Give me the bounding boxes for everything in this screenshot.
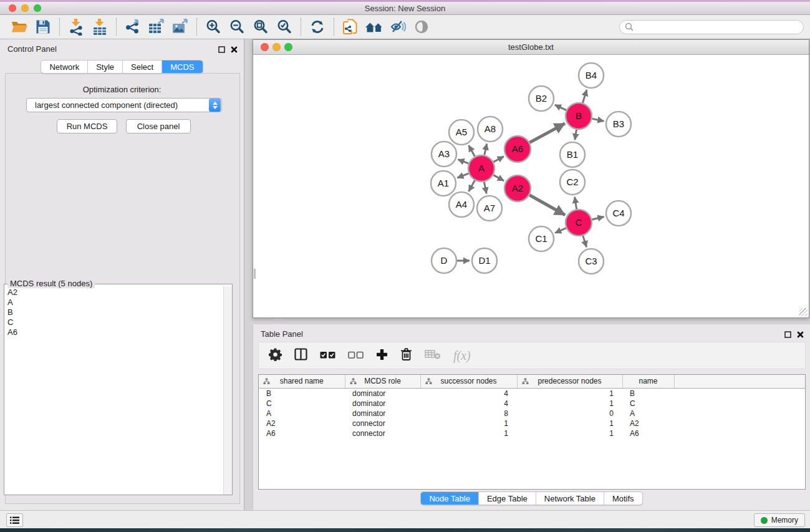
cell-shared-name[interactable]: B — [259, 388, 345, 399]
column-header-successor-nodes[interactable]: successor nodes — [420, 375, 517, 388]
close-panel-button-mcds[interactable]: Close panel — [126, 119, 191, 133]
graph-node-C[interactable]: C — [566, 210, 592, 236]
edge-C-to-C3[interactable] — [583, 236, 587, 247]
import-network-button[interactable] — [64, 16, 88, 37]
table-settings-button[interactable] — [269, 348, 282, 364]
tab-style[interactable]: Style — [88, 60, 123, 73]
network-graph-canvas[interactable]: AA1A2A3A4A5A6A7A8BB1B2B3B4CC1C2C3C4DD1 — [253, 55, 809, 317]
edge-A-to-A6[interactable] — [493, 157, 504, 162]
float-table-panel-button[interactable] — [784, 329, 791, 341]
export-table-button[interactable] — [145, 16, 168, 37]
search-field[interactable] — [619, 20, 804, 34]
column-header-name[interactable]: name — [622, 375, 674, 388]
zoom-in-button[interactable] — [201, 16, 225, 37]
cell-shared-name[interactable]: A2 — [259, 418, 345, 428]
edge-B-to-B2[interactable] — [555, 105, 566, 110]
clone-network-button[interactable] — [339, 16, 362, 37]
graph-node-A2[interactable]: A2 — [504, 175, 531, 201]
mcds-result-item[interactable]: C — [7, 317, 223, 327]
edge-A-to-A1[interactable] — [457, 173, 468, 178]
cell-MCDS-role[interactable]: connector — [345, 428, 420, 438]
column-header-shared-name[interactable]: shared name — [259, 375, 345, 388]
cell-predecessor-nodes[interactable]: 0 — [517, 409, 622, 418]
zoom-fit-button[interactable] — [249, 16, 272, 37]
close-table-panel-button[interactable] — [797, 329, 804, 341]
graph-node-A[interactable]: A — [468, 155, 494, 181]
edge-A-to-A2[interactable] — [493, 175, 504, 181]
column-header-MCDS-role[interactable]: MCDS role — [345, 375, 420, 388]
import-table-button[interactable] — [88, 16, 112, 37]
zoom-selected-button[interactable] — [272, 16, 296, 37]
export-image-button[interactable] — [168, 16, 192, 37]
graph-node-A1[interactable]: A1 — [431, 171, 456, 196]
edge-B-to-B3[interactable] — [592, 118, 604, 121]
edge-C-to-C2[interactable] — [575, 197, 577, 210]
tab-mcds[interactable]: MCDS — [162, 60, 202, 73]
search-input[interactable] — [634, 21, 803, 33]
mcds-result-item[interactable]: A6 — [7, 327, 223, 337]
table-tab-node-table[interactable]: Node Table — [421, 492, 479, 505]
open-session-button[interactable] — [7, 16, 31, 37]
cell-MCDS-role[interactable]: dominator — [345, 409, 420, 418]
graph-node-C1[interactable]: C1 — [529, 226, 554, 251]
cell-successor-nodes[interactable]: 4 — [420, 388, 517, 399]
zoom-out-button[interactable] — [225, 16, 249, 37]
table-tab-motifs[interactable]: Motifs — [604, 492, 642, 505]
edge-B-to-B4[interactable] — [583, 90, 587, 103]
edge-A2-to-C[interactable] — [529, 195, 565, 215]
split-columns-button[interactable] — [294, 348, 307, 363]
graph-node-A8[interactable]: A8 — [478, 117, 503, 142]
function-builder-button[interactable]: f(x) — [453, 349, 471, 363]
mcds-result-item[interactable]: A2 — [7, 288, 223, 297]
export-network-button[interactable] — [121, 16, 145, 37]
network-horizontal-scrollbar[interactable] — [273, 319, 283, 321]
mcds-list-scrollbar[interactable] — [223, 286, 232, 495]
edge-A-to-A5[interactable] — [469, 145, 475, 157]
graph-node-B2[interactable]: B2 — [529, 86, 554, 111]
graph-node-B1[interactable]: B1 — [560, 142, 585, 167]
float-panel-button[interactable] — [218, 44, 225, 56]
table-row-A[interactable]: Adominator80A — [259, 409, 805, 418]
task-history-button[interactable] — [6, 513, 23, 527]
cell-predecessor-nodes[interactable]: 1 — [517, 428, 622, 438]
tab-select[interactable]: Select — [123, 60, 162, 73]
delete-table-button[interactable] — [425, 349, 441, 362]
memory-button[interactable]: Memory — [754, 513, 805, 527]
graph-node-C2[interactable]: C2 — [560, 170, 585, 195]
edge-A-to-A7[interactable] — [484, 182, 486, 194]
select-all-columns-button[interactable] — [320, 350, 335, 361]
edge-A6-to-B[interactable] — [529, 123, 565, 143]
mcds-result-item[interactable]: A — [7, 297, 223, 307]
cell-predecessor-nodes[interactable]: 1 — [517, 418, 622, 428]
cell-predecessor-nodes[interactable]: 1 — [517, 399, 622, 409]
graph-node-A4[interactable]: A4 — [449, 192, 474, 217]
tab-network[interactable]: Network — [41, 60, 88, 73]
graph-node-A5[interactable]: A5 — [449, 120, 474, 145]
edge-A-to-A8[interactable] — [485, 143, 487, 155]
cell-name[interactable]: C — [622, 399, 674, 409]
cell-MCDS-role[interactable]: dominator — [345, 388, 420, 399]
unselect-all-columns-button[interactable] — [348, 350, 364, 361]
graph-node-B[interactable]: B — [566, 103, 592, 129]
column-header-predecessor-nodes[interactable]: predecessor nodes — [517, 375, 622, 388]
table-row-A6[interactable]: A6connector11A6 — [259, 428, 805, 438]
graph-node-A6[interactable]: A6 — [504, 136, 531, 162]
edge-A-to-A3[interactable] — [458, 160, 468, 164]
cell-name[interactable]: B — [622, 388, 674, 399]
table-tab-edge-table[interactable]: Edge Table — [479, 492, 536, 505]
run-mcds-button[interactable]: Run MCDS — [57, 119, 117, 133]
cell-predecessor-nodes[interactable]: 1 — [517, 388, 622, 399]
cell-shared-name[interactable]: A6 — [259, 428, 345, 438]
cell-successor-nodes[interactable]: 4 — [420, 399, 517, 409]
close-panel-button[interactable] — [231, 44, 238, 56]
graph-node-B3[interactable]: B3 — [606, 112, 631, 137]
edge-B-to-B1[interactable] — [575, 130, 577, 140]
mcds-result-item[interactable]: B — [7, 307, 223, 317]
graph-node-A3[interactable]: A3 — [432, 142, 456, 167]
show-graphics-details-button[interactable] — [410, 16, 433, 37]
graph-node-C3[interactable]: C3 — [579, 249, 604, 274]
network-window-titlebar[interactable]: testGlobe.txt — [253, 40, 809, 55]
delete-columns-button[interactable] — [400, 347, 412, 364]
graph-node-D[interactable]: D — [432, 248, 456, 273]
cell-successor-nodes[interactable]: 8 — [420, 409, 517, 418]
